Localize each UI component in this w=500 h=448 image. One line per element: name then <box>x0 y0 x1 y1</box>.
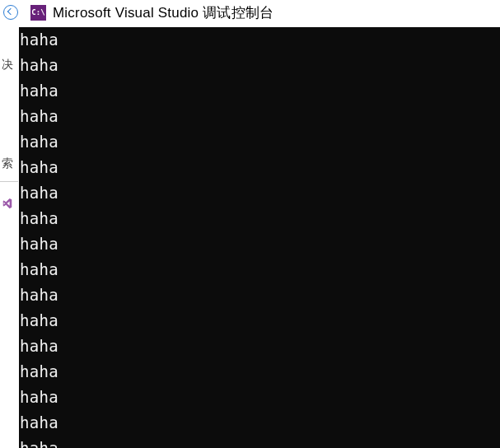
console-line: haha <box>20 410 500 436</box>
app-icon-text: C:\ <box>31 9 44 16</box>
console-line: haha <box>20 334 500 359</box>
ide-divider <box>0 181 18 182</box>
console-line: haha <box>20 27 500 53</box>
visual-studio-icon[interactable] <box>2 198 13 209</box>
console-line: haha <box>20 308 500 334</box>
console-line: haha <box>20 257 500 282</box>
console-line: haha <box>20 155 500 180</box>
console-line: haha <box>20 359 500 385</box>
ide-bg-text-2: 索 <box>2 156 13 171</box>
window-title: Microsoft Visual Studio 调试控制台 <box>53 3 273 22</box>
console-line: haha <box>20 282 500 308</box>
console-line: haha <box>20 129 500 155</box>
console-line: haha <box>20 231 500 257</box>
console-app-icon: C:\ <box>30 5 46 21</box>
console-line: haha <box>20 104 500 129</box>
console-line: haha <box>20 78 500 104</box>
back-arrow-icon[interactable] <box>3 5 18 20</box>
console-line: haha <box>20 180 500 206</box>
console-line: haha <box>20 53 500 78</box>
console-window: C:\ Microsoft Visual Studio 调试控制台 hahaha… <box>19 0 500 448</box>
console-line: haha <box>20 206 500 231</box>
console-line: haha <box>20 385 500 410</box>
console-output[interactable]: hahahahahahahahahahahahahahahahahahahaha… <box>19 27 500 448</box>
ide-bg-text-1: 决 <box>2 58 13 72</box>
console-line: haha <box>20 436 500 448</box>
titlebar[interactable]: C:\ Microsoft Visual Studio 调试控制台 <box>19 0 500 27</box>
